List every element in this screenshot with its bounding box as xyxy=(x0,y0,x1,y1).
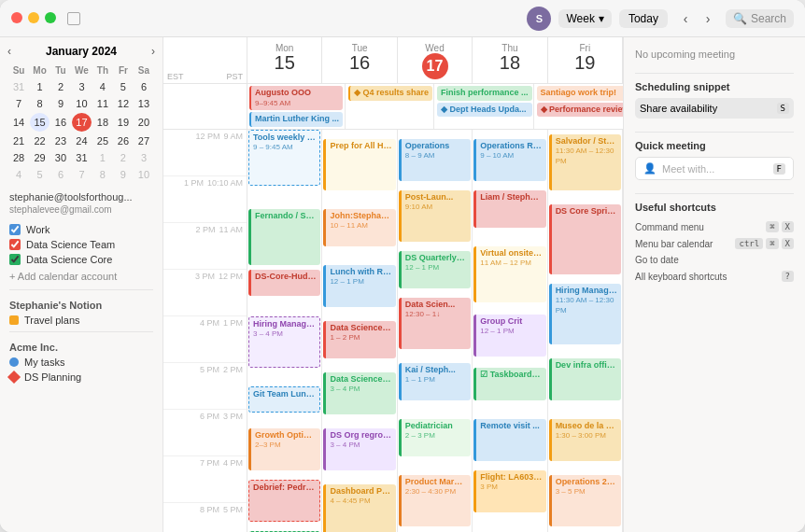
sidebar-calendar-item[interactable]: Data Science Team xyxy=(0,237,162,252)
close-button[interactable] xyxy=(11,12,22,23)
mini-cal-day[interactable]: 7 xyxy=(72,167,92,182)
event-ds-contractor-intake[interactable]: Data Science Contractor intake: ... 3 – … xyxy=(323,372,395,414)
event-data-scien[interactable]: Data Scien... 12:30 – 1↓ xyxy=(399,298,471,349)
mini-cal-day[interactable]: 23 xyxy=(51,133,70,148)
mini-cal-day[interactable]: 29 xyxy=(30,150,49,165)
calendar-scroll[interactable]: 12 PM9 AM 1 PM10:10 AM 2 PM11 AM 3 PM12 … xyxy=(163,130,623,532)
mini-cal-day[interactable]: 1 xyxy=(30,79,49,94)
event-ds-org-regroup[interactable]: DS Org regroup 3 – 4 PM xyxy=(323,428,395,470)
prev-arrow[interactable]: ‹ xyxy=(675,8,696,29)
mini-cal-day[interactable]: 14 xyxy=(9,113,28,132)
sidebar-calendar-item[interactable]: Work xyxy=(0,222,162,237)
notion-calendar-item[interactable]: Travel plans xyxy=(0,313,162,328)
mini-cal-day[interactable]: 25 xyxy=(93,133,112,148)
day-header-mon[interactable]: Mon 15 xyxy=(247,37,322,83)
mini-cal-day[interactable]: 21 xyxy=(9,133,28,148)
mini-cal-day[interactable]: 31 xyxy=(72,150,92,165)
minimize-button[interactable] xyxy=(28,12,39,23)
event-tools-weekly[interactable]: Tools weekly sync 9 – 9:45 AM xyxy=(248,130,320,186)
shortcut-go-to-date[interactable]: Go to date xyxy=(635,252,794,268)
mini-cal-day[interactable]: 5 xyxy=(30,167,49,182)
mini-cal-day[interactable]: 8 xyxy=(93,167,112,182)
shortcut-command-menu[interactable]: Command menu ⌘X xyxy=(635,218,794,235)
maximize-button[interactable] xyxy=(45,12,56,23)
mini-cal-day[interactable]: 6 xyxy=(134,79,153,94)
mini-cal-day[interactable]: 30 xyxy=(51,150,70,165)
event-martin-luther-king[interactable]: Martin Luther King ... xyxy=(249,112,343,127)
event-kai-steph[interactable]: Kai / Steph... 1 – 1 PM xyxy=(399,363,471,400)
event-taskboard-checkin[interactable]: ☑ Taskboard Checkin xyxy=(473,368,545,400)
mini-cal-day[interactable]: 1 xyxy=(93,150,112,165)
event-dashboard-phase-ii[interactable]: Dashboard Phase II ... 4 – 4:45 PM xyxy=(323,484,395,532)
event-santiago-work[interactable]: Santiago work trip! xyxy=(537,86,623,101)
mini-cal-day[interactable]: 20 xyxy=(134,113,153,132)
mini-cal-day[interactable]: 2 xyxy=(114,150,133,165)
event-pediatrician[interactable]: Pediatrician 2 – 3 PM xyxy=(399,419,471,456)
mini-cal-day[interactable]: 24 xyxy=(72,133,92,148)
event-john-stephanie-coffee[interactable]: John:Stephanie Coffee Chat 10 – 11 AM xyxy=(323,209,395,246)
event-museo-memoria[interactable]: Museo de la Memoria 1:30 – 3:00 PM xyxy=(549,419,621,461)
event-ds-quarterly-outreach[interactable]: DS Quarterly Outreach 12 – 1 PM xyxy=(399,251,471,288)
event-operations-research-thu[interactable]: Operations Research 9 – 10 AM xyxy=(473,139,545,181)
mini-cal-day[interactable]: 4 xyxy=(93,79,112,94)
event-performance-review[interactable]: ◆ Performance review talks xyxy=(537,103,623,118)
mini-cal-day[interactable]: 18 xyxy=(93,113,112,132)
acme-calendar-item[interactable]: My tasks xyxy=(0,355,162,370)
mini-cal-day[interactable]: 3 xyxy=(72,79,92,94)
event-liam-stephanie[interactable]: Liam / Stephanie wee... xyxy=(473,190,545,228)
event-product-marketing[interactable]: Product Marketing 2:30 – 4:30 PM xyxy=(399,475,471,526)
share-availability-button[interactable]: Share availability S xyxy=(635,98,794,119)
mini-cal-day[interactable]: 11 xyxy=(93,96,112,111)
event-operations-2024-sprint[interactable]: Operations 2024 Sprint Planning 3 – 5 PM xyxy=(549,475,621,526)
event-q4-results[interactable]: ◆ Q4 results share xyxy=(348,86,432,101)
day-header-thu[interactable]: Thu 18 xyxy=(473,37,547,83)
add-calendar-button[interactable]: + Add calendar account xyxy=(0,267,162,286)
avatar[interactable]: S xyxy=(527,7,551,31)
event-fernando-stephanie[interactable]: Fernando / Stephanie xyxy=(248,209,320,265)
event-growth-optimization[interactable]: Growth Optimization... 2–3 PM xyxy=(248,428,320,470)
mini-cal-day[interactable]: 17 xyxy=(72,113,92,132)
event-ds-core-sprint-prep[interactable]: DS Core Sprint Prep xyxy=(549,204,621,274)
acme-calendar-item[interactable]: DS Planning xyxy=(0,370,162,385)
week-selector[interactable]: Week ▾ xyxy=(558,9,611,28)
mini-cal-day[interactable]: 16 xyxy=(51,113,70,132)
mini-cal-day[interactable]: 12 xyxy=(114,96,133,111)
event-debrief-pedro-date[interactable]: Debrief: Pedro | Date xyxy=(248,480,320,522)
mini-cal-day[interactable]: 31 xyxy=(9,79,28,94)
day-header-tue[interactable]: Tue 16 xyxy=(322,37,397,83)
mini-cal-day[interactable]: 4 xyxy=(9,167,28,182)
mini-cal-day[interactable]: 19 xyxy=(114,113,133,132)
mini-cal-day[interactable]: 3 xyxy=(134,150,153,165)
mini-cal-day[interactable]: 10 xyxy=(72,96,92,111)
event-ds-core-huddle[interactable]: DS-Core-Huddle 11 AM xyxy=(248,270,320,296)
event-salvador-stephanie[interactable]: Salvador / Stephan... 11:30 AM – 12:30 P… xyxy=(549,134,621,190)
shortcut-menu-bar-cal[interactable]: Menu bar calendar ctrl⌘X xyxy=(635,235,794,252)
event-git-team-lunch[interactable]: Git Team Lunch 1 PM xyxy=(248,386,320,413)
mini-cal-day[interactable]: 2 xyxy=(51,79,70,94)
event-prep-for-all-hands[interactable]: Prep for All Hands s... xyxy=(323,139,395,190)
event-augusto-ooo[interactable]: Augusto OOO 9–9:45 AM xyxy=(249,86,343,110)
event-hiring-manager-interview[interactable]: Hiring Manager Interview: Gui ... 11:30 … xyxy=(549,284,621,344)
event-flight-la603[interactable]: Flight: LA603 LAX+SCL 3 PM xyxy=(473,470,545,512)
event-group-crit[interactable]: Group Crit 12 – 1 PM xyxy=(473,315,545,357)
event-data-science-team-meets[interactable]: Data Science Team Meets 1 – 2 PM xyxy=(323,321,395,358)
mini-cal-day[interactable]: 27 xyxy=(134,133,153,148)
day-header-fri[interactable]: Fri 19 xyxy=(548,37,623,83)
mini-cal-day[interactable]: 9 xyxy=(51,96,70,111)
mini-cal-day[interactable]: 22 xyxy=(30,133,49,148)
mini-cal-day[interactable]: 7 xyxy=(9,96,28,111)
event-post-launch[interactable]: Post-Laun... 9:10 AM xyxy=(399,190,471,242)
event-remote-visit[interactable]: Remote visit ... xyxy=(473,419,545,461)
event-virtual-onsite[interactable]: Virtual onsite interview: Pedro ... 11 A… xyxy=(473,246,545,302)
mini-cal-day[interactable]: 15 xyxy=(30,113,49,132)
mini-cal-day[interactable]: 26 xyxy=(114,133,133,148)
today-button[interactable]: Today xyxy=(619,9,668,28)
event-hiring-manager-int[interactable]: Hiring Manager int... 3 – 4 PM xyxy=(248,316,320,368)
mini-cal-day[interactable]: 8 xyxy=(30,96,49,111)
day-header-wed[interactable]: Wed 17 xyxy=(398,37,473,83)
event-dept-heads[interactable]: ◆ Dept Heads Upda... xyxy=(437,103,532,118)
event-lunch-rob[interactable]: Lunch with Rob 12 – 1 PM xyxy=(323,265,395,307)
mini-cal-day[interactable]: 5 xyxy=(114,79,133,94)
mini-cal-day[interactable]: 28 xyxy=(9,150,28,165)
mini-cal-next[interactable]: › xyxy=(151,45,155,58)
